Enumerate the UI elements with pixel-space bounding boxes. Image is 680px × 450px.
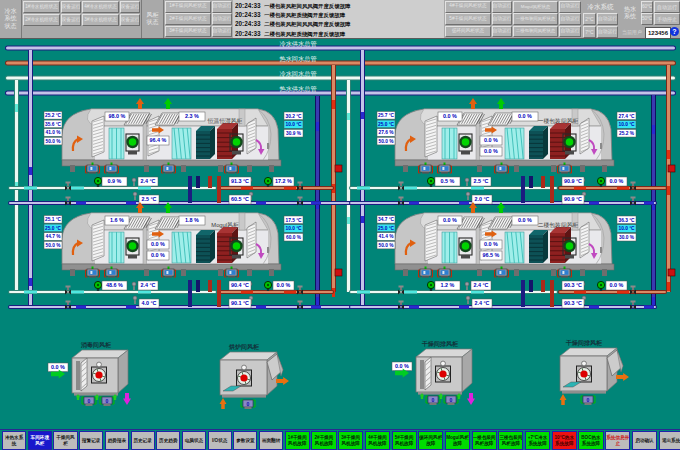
svg-text:90.3 °C: 90.3 °C bbox=[564, 300, 582, 306]
svg-text:1.6 %: 1.6 % bbox=[110, 217, 124, 223]
svg-text:50.0 %: 50.0 % bbox=[46, 139, 62, 144]
svg-text:96.4 %: 96.4 % bbox=[150, 137, 167, 143]
svg-text:0.0 %: 0.0 % bbox=[151, 252, 165, 258]
svg-text:90.1 °C: 90.1 °C bbox=[231, 300, 249, 306]
svg-text:2.0 °C: 2.0 °C bbox=[474, 196, 489, 202]
svg-text:0: 0 bbox=[450, 397, 453, 403]
svg-text:17.5 °C: 17.5 °C bbox=[285, 218, 302, 223]
svg-text:2.4 °C: 2.4 °C bbox=[140, 282, 155, 288]
svg-text:98.0 %: 98.0 % bbox=[109, 113, 126, 119]
svg-text:10.0 °C: 10.0 °C bbox=[285, 226, 302, 231]
svg-text:34.7 °C: 34.7 °C bbox=[378, 217, 395, 222]
svg-text:27.4 °C: 27.4 °C bbox=[618, 114, 635, 119]
svg-text:0.0 %: 0.0 % bbox=[484, 148, 498, 154]
svg-text:2.4 °C: 2.4 °C bbox=[140, 178, 155, 184]
svg-text:25.2 %: 25.2 % bbox=[619, 131, 635, 136]
svg-text:10.0 °C: 10.0 °C bbox=[285, 122, 302, 127]
svg-text:消毒间风柜: 消毒间风柜 bbox=[80, 341, 111, 349]
svg-text:干燥间排风柜: 干燥间排风柜 bbox=[421, 340, 458, 348]
svg-text:0: 0 bbox=[587, 397, 590, 403]
svg-text:0: 0 bbox=[432, 397, 435, 403]
svg-text:44.7 %: 44.7 % bbox=[46, 234, 62, 239]
svg-text:0.0 %: 0.0 % bbox=[484, 137, 498, 143]
svg-text:0.0 %: 0.0 % bbox=[151, 241, 165, 247]
svg-text:25.0 °C: 25.0 °C bbox=[378, 122, 395, 127]
svg-text:Mogul风柜: Mogul风柜 bbox=[211, 222, 239, 228]
svg-text:10.0 °C: 10.0 °C bbox=[618, 122, 635, 127]
svg-text:0.0 %: 0.0 % bbox=[610, 282, 624, 288]
svg-text:0: 0 bbox=[247, 401, 250, 407]
svg-text:41.4 %: 41.4 % bbox=[379, 234, 395, 239]
svg-text:25.0 °C: 25.0 °C bbox=[378, 226, 395, 231]
svg-text:2.4 °C: 2.4 °C bbox=[474, 300, 489, 306]
svg-text:4.0 °C: 4.0 °C bbox=[141, 300, 156, 306]
svg-text:41.0 %: 41.0 % bbox=[46, 130, 62, 135]
svg-text:30.0 %: 30.0 % bbox=[619, 235, 635, 240]
svg-text:0.0 %: 0.0 % bbox=[277, 282, 291, 288]
svg-text:恒温恒湿风柜: 恒温恒湿风柜 bbox=[208, 117, 243, 125]
svg-text:2.3 %: 2.3 % bbox=[185, 113, 199, 119]
svg-text:90.9 °C: 90.9 °C bbox=[564, 178, 582, 184]
svg-text:50.0 %: 50.0 % bbox=[379, 243, 395, 248]
svg-text:25.1 °C: 25.1 °C bbox=[45, 217, 62, 222]
svg-text:0.0 %: 0.0 % bbox=[610, 178, 624, 184]
svg-text:冷水回水总管: 冷水回水总管 bbox=[279, 70, 316, 78]
svg-text:2.5 °C: 2.5 °C bbox=[473, 178, 488, 184]
svg-text:冷水供水总管: 冷水供水总管 bbox=[279, 40, 316, 48]
svg-text:17.2 %: 17.2 % bbox=[275, 178, 292, 184]
svg-text:25.7 °C: 25.7 °C bbox=[378, 113, 395, 118]
svg-text:2.4 °C: 2.4 °C bbox=[473, 282, 488, 288]
svg-text:91.3 °C: 91.3 °C bbox=[231, 178, 249, 184]
svg-text:0.0 %: 0.0 % bbox=[51, 364, 65, 370]
svg-text:热水供水总管: 热水供水总管 bbox=[279, 85, 316, 93]
svg-text:0.0 %: 0.0 % bbox=[443, 217, 457, 223]
svg-text:60.5 °C: 60.5 °C bbox=[231, 196, 249, 202]
svg-text:0.0 %: 0.0 % bbox=[443, 113, 457, 119]
svg-text:90.4 °C: 90.4 °C bbox=[231, 282, 249, 288]
svg-text:干燥间排风柜: 干燥间排风柜 bbox=[565, 339, 602, 347]
svg-text:热水回水总管: 热水回水总管 bbox=[279, 55, 316, 63]
svg-text:48.6 %: 48.6 % bbox=[106, 282, 123, 288]
svg-text:90.3 °C: 90.3 °C bbox=[564, 282, 582, 288]
svg-text:1.8 %: 1.8 % bbox=[185, 217, 199, 223]
svg-text:0.0 %: 0.0 % bbox=[518, 113, 532, 119]
svg-text:0: 0 bbox=[88, 398, 91, 404]
svg-text:1.2 %: 1.2 % bbox=[441, 282, 455, 288]
svg-text:30.9 %: 30.9 % bbox=[286, 131, 302, 136]
svg-text:0: 0 bbox=[106, 398, 109, 404]
svg-text:25.0 °C: 25.0 °C bbox=[45, 226, 62, 231]
svg-text:50.0 %: 50.0 % bbox=[46, 243, 62, 248]
svg-text:0.0 %: 0.0 % bbox=[518, 217, 532, 223]
svg-text:10.0 °C: 10.0 °C bbox=[618, 226, 635, 231]
svg-text:35.6 °C: 35.6 °C bbox=[45, 122, 62, 127]
svg-text:烘炉间风柜: 烘炉间风柜 bbox=[228, 343, 259, 351]
svg-text:0.9 %: 0.9 % bbox=[108, 178, 122, 184]
svg-text:96.5 %: 96.5 % bbox=[483, 252, 500, 258]
svg-text:一楼包装间风柜: 一楼包装间风柜 bbox=[538, 118, 579, 125]
svg-text:2.5 °C: 2.5 °C bbox=[141, 196, 156, 202]
svg-text:36.3 °C: 36.3 °C bbox=[618, 218, 635, 223]
svg-text:0.0 %: 0.0 % bbox=[395, 363, 409, 369]
svg-text:27.6 %: 27.6 % bbox=[379, 130, 395, 135]
svg-text:60.0 %: 60.0 % bbox=[286, 235, 302, 240]
svg-text:50.0 %: 50.0 % bbox=[379, 139, 395, 144]
svg-text:30.2 °C: 30.2 °C bbox=[285, 114, 302, 119]
svg-text:0.0 %: 0.0 % bbox=[484, 241, 498, 247]
svg-text:0.5 %: 0.5 % bbox=[441, 178, 455, 184]
svg-text:25.2 °C: 25.2 °C bbox=[45, 113, 62, 118]
svg-text:90.9 °C: 90.9 °C bbox=[564, 196, 582, 202]
svg-text:二楼包装间风柜: 二楼包装间风柜 bbox=[538, 222, 579, 229]
